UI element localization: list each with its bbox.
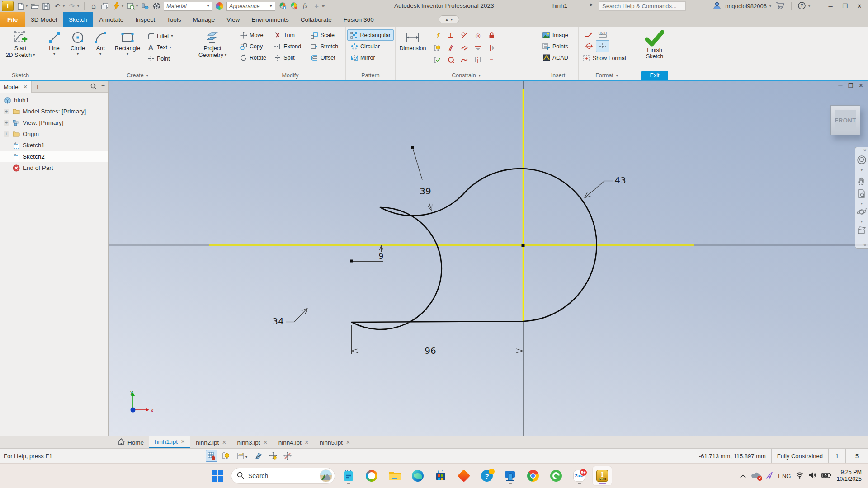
taskbar-clock[interactable]: 9:25 PM 10/1/2025 <box>836 469 862 483</box>
scale-button[interactable]: Scale <box>307 29 344 41</box>
top-arc-center-point[interactable] <box>411 146 414 149</box>
new-file-dropdown-icon[interactable]: ▾ <box>26 4 28 8</box>
lock-constraint-button[interactable] <box>485 29 498 42</box>
username-caret-icon[interactable]: ▾ <box>769 4 771 8</box>
dimension-button[interactable]: Dimension <box>397 28 429 52</box>
doc-restore-icon[interactable]: ❐ <box>848 82 853 89</box>
taskbar-gethelp-button[interactable]: ? <box>477 466 496 485</box>
line-dropdown-icon[interactable]: ▾ <box>53 52 55 56</box>
smooth-constraint-button[interactable] <box>458 54 471 66</box>
finish-sketch-button[interactable]: Finish Sketch <box>645 28 665 60</box>
dynamic-constraint-button[interactable] <box>282 450 293 462</box>
image-button[interactable]: Image <box>539 29 577 41</box>
text-button[interactable]: AText▾ <box>144 42 194 53</box>
tab-environments[interactable]: Environments <box>245 12 295 27</box>
tree-item-view[interactable]: + View: [Primary] <box>0 117 108 128</box>
ilogic-dropdown-icon[interactable]: ▾ <box>122 4 123 8</box>
taskbar-store-button[interactable] <box>431 466 450 485</box>
stretch-button[interactable]: Stretch <box>307 41 344 52</box>
help-search-input[interactable] <box>599 1 686 11</box>
split-button[interactable]: Split <box>270 52 307 63</box>
tray-chevron-icon[interactable] <box>740 473 746 479</box>
taskbar-quickshare-button[interactable] <box>454 466 473 485</box>
render-wheel-icon[interactable] <box>152 2 160 10</box>
symmetry-line-button[interactable] <box>582 40 596 52</box>
show-all-constraints-button[interactable] <box>220 450 232 462</box>
tab-tools[interactable]: Tools <box>161 12 187 27</box>
orbit-caret-icon[interactable]: ▼ <box>860 220 863 223</box>
close-button[interactable]: ✕ <box>854 3 864 9</box>
app-store-cart-icon[interactable] <box>776 2 785 11</box>
redo-icon[interactable]: ↷ <box>68 2 76 10</box>
fillet-button[interactable]: Fillet▾ <box>144 30 194 42</box>
navbar-caret-icon[interactable]: ▼ <box>860 169 863 172</box>
view-cube[interactable]: FRONT <box>830 105 860 135</box>
dimension-43-text[interactable]: 43 <box>614 175 626 186</box>
add-tool-icon[interactable]: + <box>312 2 321 10</box>
orbit-tool-icon[interactable] <box>857 207 867 218</box>
undo-dropdown-icon[interactable]: ▾ <box>63 4 65 8</box>
show-constraints-button[interactable] <box>430 42 444 54</box>
search-highlight-thumbnail[interactable] <box>320 469 332 482</box>
appearance-dropdown[interactable]: Appearance▼ <box>226 2 275 11</box>
taskbar-search[interactable]: Search <box>231 468 335 484</box>
doc-tab-close-icon[interactable]: ✕ <box>222 440 226 446</box>
mirror-button[interactable]: Mirror <box>347 52 394 63</box>
sketch-profile-curve[interactable] <box>352 169 597 329</box>
left-arc-center-point[interactable] <box>350 260 353 263</box>
fix-constraint-button[interactable] <box>444 54 458 66</box>
new-file-icon[interactable] <box>16 2 24 10</box>
username-label[interactable]: nngocloi982006 <box>725 3 767 9</box>
view-cube-face-label[interactable]: FRONT <box>835 110 856 131</box>
doc-tab-hinh5[interactable]: hinh5.ipt✕ <box>314 436 355 448</box>
copy-screen-icon[interactable] <box>101 2 109 10</box>
graphics-canvas[interactable]: 39 43 9 <box>109 81 868 436</box>
taskbar-copilot-button[interactable] <box>362 466 381 485</box>
doc-tab-close-icon[interactable]: ✕ <box>264 440 268 446</box>
project-geometry-button[interactable]: Project Geometry▾ <box>194 28 231 58</box>
rotate-button[interactable]: Rotate <box>236 52 270 63</box>
measure-dropdown-icon[interactable]: ▾ <box>136 4 138 8</box>
tab-file[interactable]: File <box>0 12 25 27</box>
dimension-96-text[interactable]: 96 <box>425 345 436 356</box>
origin-point[interactable] <box>522 244 525 247</box>
expand-icon[interactable]: + <box>4 109 9 114</box>
clear-appearance-icon[interactable] <box>290 2 298 10</box>
text-dropdown-icon[interactable]: ▾ <box>170 45 171 49</box>
user-avatar-icon[interactable] <box>713 2 721 11</box>
dimension-39[interactable] <box>413 148 432 211</box>
cursor-app-icon[interactable] <box>766 471 773 480</box>
group-label-constrain[interactable]: Constrain▼ <box>396 70 538 80</box>
tree-item-end-of-part[interactable]: End of Part <box>0 162 108 174</box>
concentric-constraint-button[interactable]: ◎ <box>471 29 485 42</box>
symmetric-constraint-button[interactable] <box>471 54 485 66</box>
arc-dropdown-icon[interactable]: ▾ <box>99 52 101 56</box>
group-label-create[interactable]: Create▼ <box>41 70 235 80</box>
pan-tool-icon[interactable] <box>857 177 866 187</box>
rectangle-button[interactable]: Rectangle ▾ <box>111 28 144 56</box>
tab-manage[interactable]: Manage <box>187 12 221 27</box>
line-button[interactable]: Line ▾ <box>42 28 66 56</box>
perpendicular-constraint-button[interactable]: ⊥ <box>444 29 458 42</box>
browser-menu-icon[interactable]: ≡ <box>101 83 105 90</box>
redo-dropdown-icon[interactable]: ▾ <box>77 4 79 8</box>
parameters-fx-icon[interactable]: fx <box>301 2 309 10</box>
acad-button[interactable]: ACAD <box>539 52 577 63</box>
browser-tab-model[interactable]: Model✕ <box>0 81 32 93</box>
battery-icon[interactable] <box>821 473 831 479</box>
ilogic-bolt-icon[interactable] <box>112 2 120 10</box>
language-indicator[interactable]: ENG <box>778 473 791 479</box>
taskbar-chrome-button[interactable] <box>524 466 542 485</box>
zoom-caret-icon[interactable]: ▼ <box>860 202 863 205</box>
vertical-constraint-button[interactable] <box>485 42 498 54</box>
doc-tab-hinh2[interactable]: hinh2.ipt✕ <box>190 436 231 448</box>
snap-grid-button[interactable] <box>206 450 217 462</box>
equal-constraint-button[interactable]: = <box>485 54 498 66</box>
taskbar-phonelink-button[interactable] <box>500 466 519 485</box>
tree-item-part[interactable]: hinh1 <box>0 94 108 106</box>
doc-tab-hinh4[interactable]: hinh4.ipt✕ <box>273 436 314 448</box>
copy-button[interactable]: o⇒Copy <box>236 41 270 52</box>
parallel-constraint-button[interactable]: ∥ <box>444 42 458 54</box>
color-wheel-icon[interactable] <box>216 2 223 10</box>
open-file-icon[interactable] <box>31 2 39 10</box>
